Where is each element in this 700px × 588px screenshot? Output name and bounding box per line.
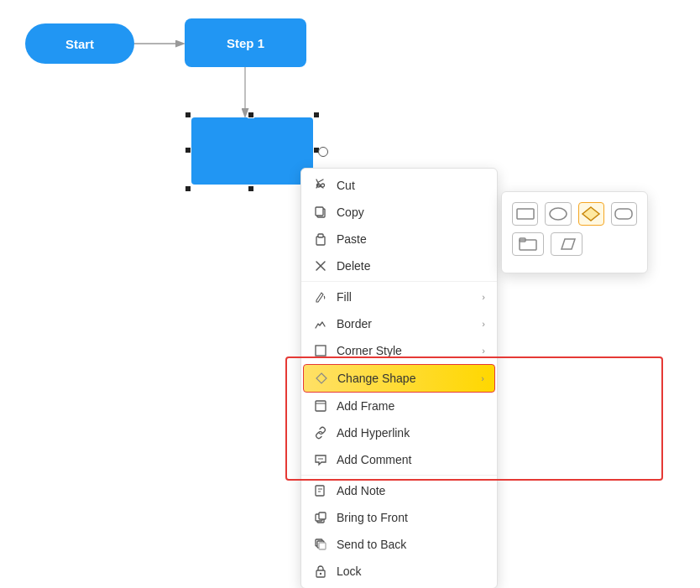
- handle-top-left[interactable]: [185, 112, 191, 118]
- corner-style-icon: [313, 343, 328, 358]
- start-shape[interactable]: Start: [25, 23, 134, 64]
- menu-item-copy[interactable]: Copy: [301, 199, 497, 226]
- svg-rect-25: [517, 209, 534, 219]
- svg-rect-28: [615, 209, 632, 219]
- svg-rect-9: [316, 346, 326, 356]
- divider-1: [301, 281, 497, 282]
- copy-label: Copy: [337, 206, 485, 219]
- svg-rect-22: [319, 543, 326, 549]
- add-hyperlink-icon: [313, 425, 328, 440]
- svg-rect-19: [319, 513, 326, 519]
- add-note-label: Add Note: [337, 484, 485, 497]
- submenu-row-2: [512, 232, 637, 256]
- border-label: Border: [337, 317, 473, 330]
- rotate-handle[interactable]: [318, 147, 328, 157]
- divider-2: [301, 475, 497, 476]
- selected-shape[interactable]: [191, 117, 313, 185]
- shape-option-rect-tab[interactable]: [512, 232, 544, 256]
- menu-item-lock[interactable]: Lock: [301, 558, 497, 585]
- cut-label: Cut: [337, 179, 485, 192]
- svg-rect-4: [316, 207, 323, 216]
- svg-rect-6: [318, 234, 323, 237]
- svg-point-26: [550, 208, 567, 220]
- copy-icon: [313, 205, 328, 220]
- lock-label: Lock: [337, 565, 485, 578]
- menu-item-cut[interactable]: Cut: [301, 172, 497, 199]
- menu-item-delete[interactable]: Delete: [301, 252, 497, 279]
- border-icon: [313, 316, 328, 331]
- svg-marker-10: [316, 373, 326, 383]
- menu-item-border[interactable]: Border ›: [301, 310, 497, 337]
- change-shape-label: Change Shape: [337, 372, 473, 385]
- context-menu: Cut Copy Paste Delete Fill › Border: [300, 168, 498, 588]
- menu-item-add-comment[interactable]: Add Comment: [301, 446, 497, 473]
- fill-label: Fill: [337, 290, 473, 304]
- menu-item-corner-style[interactable]: Corner Style ›: [301, 337, 497, 364]
- shape-option-parallelogram[interactable]: [551, 232, 582, 256]
- add-comment-label: Add Comment: [337, 453, 485, 466]
- delete-label: Delete: [337, 259, 485, 273]
- menu-item-send-to-back[interactable]: Send to Back: [301, 531, 497, 558]
- handle-top-right[interactable]: [313, 112, 320, 118]
- bring-to-front-label: Bring to Front: [337, 511, 485, 524]
- menu-item-change-shape[interactable]: Change Shape ›: [303, 364, 495, 393]
- menu-item-add-frame[interactable]: Add Frame: [301, 393, 497, 419]
- shape-option-rounded-rect[interactable]: [611, 202, 637, 226]
- menu-item-paste[interactable]: Paste: [301, 226, 497, 252]
- shape-option-rectangle[interactable]: [512, 202, 538, 226]
- svg-point-24: [320, 573, 321, 575]
- add-frame-label: Add Frame: [337, 399, 485, 413]
- submenu-row-1: [512, 202, 637, 226]
- svg-rect-11: [316, 401, 326, 411]
- change-shape-arrow: ›: [481, 373, 484, 383]
- fill-icon: [313, 289, 328, 304]
- cut-icon: [313, 178, 328, 193]
- border-arrow: ›: [482, 319, 485, 329]
- step1-label: Step 1: [227, 36, 264, 50]
- add-frame-icon: [313, 398, 328, 414]
- svg-rect-14: [316, 486, 324, 496]
- shape-option-diamond[interactable]: [578, 202, 604, 226]
- step1-shape[interactable]: Step 1: [185, 18, 306, 67]
- corner-style-arrow: ›: [482, 346, 485, 356]
- add-note-icon: [313, 483, 328, 498]
- handle-middle-left[interactable]: [185, 147, 191, 154]
- paste-icon: [313, 232, 328, 247]
- svg-marker-27: [582, 207, 599, 221]
- handle-top-middle[interactable]: [248, 112, 254, 118]
- add-comment-icon: [313, 452, 328, 467]
- handle-bottom-left[interactable]: [185, 185, 191, 192]
- menu-item-add-note[interactable]: Add Note: [301, 477, 497, 504]
- add-hyperlink-label: Add Hyperlink: [337, 426, 485, 440]
- delete-icon: [313, 258, 328, 273]
- change-shape-submenu: [501, 191, 648, 273]
- corner-style-label: Corner Style: [337, 344, 473, 357]
- paste-label: Paste: [337, 232, 485, 246]
- shape-option-ellipse[interactable]: [545, 202, 571, 226]
- send-to-back-label: Send to Back: [337, 538, 485, 551]
- lock-icon: [313, 564, 328, 579]
- bring-to-front-icon: [313, 510, 328, 525]
- menu-item-add-hyperlink[interactable]: Add Hyperlink: [301, 419, 497, 446]
- handle-bottom-middle[interactable]: [248, 185, 254, 192]
- change-shape-icon: [314, 371, 329, 386]
- fill-arrow: ›: [482, 292, 485, 302]
- menu-item-fill[interactable]: Fill ›: [301, 284, 497, 310]
- menu-item-bring-to-front[interactable]: Bring to Front: [301, 504, 497, 531]
- start-label: Start: [65, 37, 94, 51]
- svg-marker-31: [562, 239, 575, 249]
- send-to-back-icon: [313, 537, 328, 552]
